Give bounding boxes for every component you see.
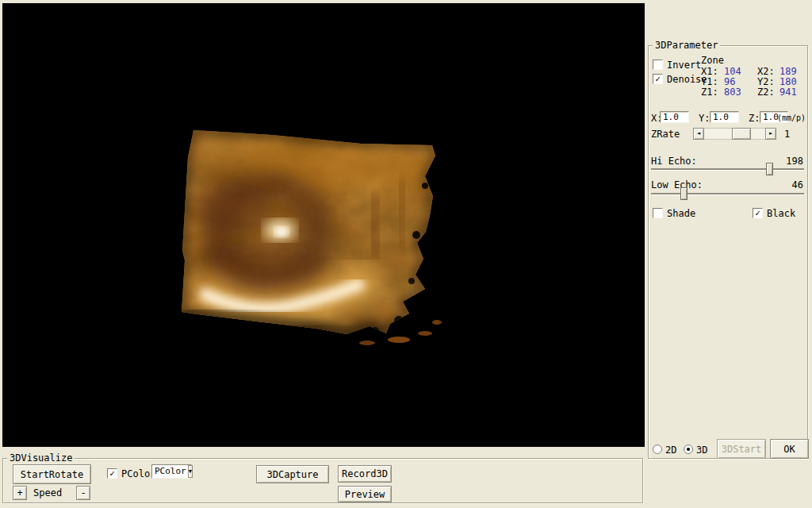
- zone-label: Zone: [701, 56, 724, 66]
- scale-x-input[interactable]: 1.0: [660, 111, 689, 123]
- zrate-thumb[interactable]: [732, 128, 751, 140]
- pcolor-dropdown-value: PColor: [152, 465, 188, 478]
- zone-z2-label: Z2:: [757, 87, 775, 98]
- pcolor-dropdown[interactable]: PColor ▼: [151, 464, 192, 479]
- mode-3d-radio[interactable]: [684, 444, 693, 454]
- shade-label: Shade: [667, 209, 695, 219]
- scale-y-input[interactable]: 1.0: [710, 111, 739, 123]
- preview-button[interactable]: Preview: [338, 486, 392, 502]
- speed-label: Speed: [33, 488, 62, 498]
- app-window: 3DParameter Invert ✓ Denoise Zone X1: 10…: [0, 0, 812, 508]
- parameter-panel: 3DParameter Invert ✓ Denoise Zone X1: 10…: [645, 0, 812, 508]
- mode-3d-label: 3D: [696, 445, 707, 456]
- mode-2d-label: 2D: [665, 445, 676, 456]
- start-rotate-button[interactable]: StartRotate: [13, 464, 91, 484]
- invert-label: Invert: [667, 60, 701, 71]
- record3d-button[interactable]: Record3D: [338, 465, 392, 483]
- dropdown-arrow-icon[interactable]: ▼: [188, 465, 193, 478]
- 3d-parameter-group: 3DParameter Invert ✓ Denoise Zone X1: 10…: [648, 45, 808, 459]
- speed-plus-button[interactable]: +: [13, 486, 27, 500]
- ok-button[interactable]: OK: [770, 439, 809, 459]
- zrate-left-arrow-icon[interactable]: ◄: [693, 128, 704, 140]
- invert-checkbox[interactable]: [653, 60, 663, 70]
- mode-2d-radio[interactable]: [653, 444, 662, 454]
- hi-echo-slider[interactable]: [651, 163, 804, 176]
- group-title-3dparameter: 3DParameter: [653, 40, 720, 51]
- zrate-scrollbar[interactable]: ◄ ►: [693, 128, 776, 140]
- pcolor-checkbox[interactable]: ✓: [107, 468, 117, 479]
- ultrasound-volume-render: [2, 3, 645, 447]
- 3dcapture-button[interactable]: 3DCapture: [256, 465, 329, 483]
- low-echo-slider[interactable]: [651, 187, 804, 201]
- zrate-label: ZRate: [651, 129, 680, 140]
- shade-checkbox[interactable]: [653, 208, 663, 218]
- 3d-visualize-group: 3DVisualize StartRotate ✓ PColor PColor …: [2, 458, 643, 503]
- zrate-value: 1: [784, 129, 790, 140]
- black-checkbox[interactable]: ✓: [753, 208, 763, 218]
- zone-z1-label: Z1:: [701, 87, 718, 98]
- black-label: Black: [767, 209, 795, 219]
- low-echo-thumb[interactable]: [680, 187, 688, 200]
- zone-z2-value: 941: [779, 87, 797, 98]
- zrate-track[interactable]: [704, 128, 765, 140]
- hi-echo-track[interactable]: [651, 168, 804, 170]
- denoise-checkbox[interactable]: ✓: [653, 74, 663, 84]
- zone-z1-value: 803: [724, 87, 741, 98]
- low-echo-track[interactable]: [651, 193, 804, 194]
- scale-y-label: Y:: [699, 114, 710, 124]
- zrate-right-arrow-icon[interactable]: ►: [765, 128, 776, 140]
- speed-minus-button[interactable]: -: [76, 486, 90, 500]
- group-title-3dvisualize: 3DVisualize: [7, 452, 75, 464]
- scale-unit-label: (mm/p): [777, 113, 806, 123]
- 3dstart-button[interactable]: 3DStart: [717, 439, 766, 459]
- scale-z-label: Z:: [749, 114, 760, 124]
- render-viewport[interactable]: [2, 3, 645, 447]
- hi-echo-thumb[interactable]: [766, 163, 773, 175]
- pcolor-label: PColor: [121, 469, 155, 479]
